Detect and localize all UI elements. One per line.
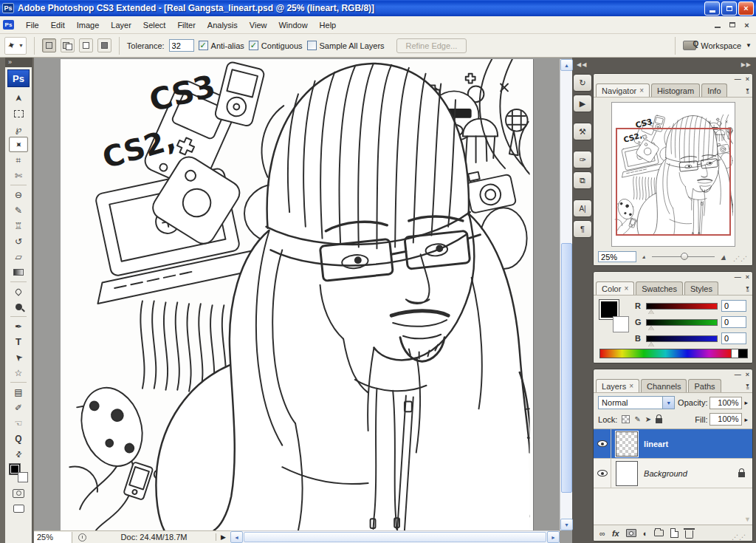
vertical-scrollbar[interactable]: ▲ ▼ — [560, 59, 572, 530]
red-value-input[interactable] — [721, 300, 746, 312]
eraser-tool[interactable]: ▱ — [9, 249, 28, 264]
doc-restore-button[interactable] — [726, 19, 738, 30]
opacity-value[interactable]: 100% — [709, 397, 742, 409]
healing-brush-tool[interactable]: ⊘ — [9, 187, 28, 202]
menu-layer[interactable]: Layer — [105, 18, 137, 32]
pen-tool[interactable]: ✒ — [9, 318, 28, 334]
horizontal-scrollbar-thumb[interactable] — [244, 532, 546, 542]
status-icon[interactable] — [78, 533, 86, 542]
selection-mode-intersect-button[interactable] — [97, 38, 111, 52]
crop-tool[interactable]: ⌗ — [9, 152, 28, 168]
history-panel-button[interactable]: ↻ — [573, 74, 592, 92]
selection-mode-add-button[interactable] — [61, 38, 75, 52]
dodge-tool[interactable] — [9, 299, 28, 315]
adjustment-layer-button[interactable]: ◐ — [643, 529, 648, 538]
layer-name[interactable]: lineart — [644, 440, 668, 448]
magic-wand-tool[interactable]: ✦ — [9, 137, 28, 152]
scroll-right-button[interactable]: ► — [547, 531, 560, 543]
opacity-arrow-icon[interactable]: ▸ — [744, 399, 748, 406]
layer-thumbnail[interactable] — [616, 431, 638, 457]
brushes-panel-button[interactable]: ✑ — [573, 151, 592, 168]
menu-image[interactable]: Image — [71, 18, 106, 32]
tab-close-icon[interactable]: × — [629, 382, 633, 390]
vertical-scrollbar-thumb[interactable] — [561, 243, 572, 493]
panel-scroll-down-icon[interactable]: ▼ — [744, 516, 751, 523]
actions-panel-button[interactable]: ▶ — [573, 95, 592, 112]
contiguous-checkbox-row[interactable]: ✓ Contiguous — [249, 41, 303, 50]
zoom-out-icon[interactable]: ▲ — [641, 254, 647, 259]
visibility-toggle[interactable] — [594, 429, 611, 458]
scroll-up-button[interactable]: ▲ — [560, 59, 573, 71]
new-group-button[interactable] — [654, 530, 664, 536]
clone-stamp-tool[interactable]: ♖ — [9, 218, 28, 233]
tab-channels[interactable]: Channels — [641, 379, 687, 392]
panel-close-icon[interactable]: × — [746, 273, 749, 281]
gradient-tool[interactable] — [9, 264, 28, 280]
red-slider-thumb[interactable] — [648, 310, 654, 314]
menu-help[interactable]: Help — [314, 18, 343, 32]
blend-mode-dropdown-icon[interactable]: ▼ — [662, 397, 674, 409]
status-flyout-arrow[interactable]: ▶ — [216, 533, 230, 541]
navigator-zoom-input[interactable] — [598, 251, 636, 262]
selection-mode-new-button[interactable] — [42, 38, 56, 52]
anti-alias-checkbox-row[interactable]: ✓ Anti-alias — [199, 41, 244, 50]
green-slider[interactable] — [646, 319, 718, 326]
path-selection-tool[interactable]: ➤ — [9, 349, 28, 365]
visibility-toggle[interactable] — [594, 459, 611, 488]
paragraph-panel-button[interactable]: ¶ — [573, 220, 592, 238]
minimize-button[interactable] — [704, 1, 720, 16]
zoom-in-icon[interactable]: ▲ — [719, 253, 729, 262]
tool-presets-panel-button[interactable]: ⚒ — [573, 123, 592, 140]
dock-collapse-left[interactable]: ◀◀ — [577, 61, 587, 68]
menu-analysis[interactable]: Analysis — [202, 18, 244, 32]
tab-styles[interactable]: Styles — [684, 281, 718, 295]
menu-select[interactable]: Select — [137, 18, 172, 32]
close-button[interactable]: × — [738, 1, 754, 16]
doc-minimize-button[interactable] — [711, 19, 724, 30]
lock-all-icon[interactable] — [656, 418, 662, 423]
sample-all-layers-checkbox-row[interactable]: Sample All Layers — [307, 41, 385, 50]
zoom-slider-knob[interactable] — [681, 253, 688, 260]
panel-close-icon[interactable]: × — [746, 371, 749, 378]
dock-collapse-right[interactable]: ▶▶ — [741, 61, 752, 68]
tolerance-input[interactable] — [169, 39, 194, 52]
panel-close-icon[interactable]: × — [746, 75, 749, 83]
screen-mode-button[interactable] — [9, 501, 28, 516]
menu-window[interactable]: Window — [272, 18, 313, 32]
panel-resize-grip[interactable]: ⋰⋰ — [733, 255, 748, 262]
tab-info[interactable]: Info — [701, 83, 726, 97]
fill-value[interactable]: 100% — [709, 413, 742, 426]
menu-view[interactable]: View — [244, 18, 273, 32]
tab-navigator[interactable]: Navigator× — [596, 83, 650, 97]
panel-minimize-icon[interactable]: — — [735, 273, 741, 281]
workspace-menu[interactable]: Workspace ▼ — [675, 37, 752, 55]
panel-minimize-icon[interactable]: — — [735, 371, 741, 378]
navigator-view-rectangle[interactable] — [616, 128, 731, 236]
menu-edit[interactable]: Edit — [45, 18, 71, 32]
anti-alias-checkbox[interactable]: ✓ — [199, 41, 208, 50]
lock-paint-icon[interactable]: ✎ — [634, 415, 640, 423]
tab-color[interactable]: Color× — [596, 281, 634, 295]
doc-close-button[interactable]: × — [740, 19, 753, 30]
current-tool-button[interactable]: ✦ ▼ — [4, 37, 27, 55]
lasso-tool[interactable]: ℘ — [9, 121, 28, 137]
eyedropper-tool[interactable]: ✐ — [9, 400, 28, 415]
notes-tool[interactable]: ▤ — [9, 384, 28, 400]
blue-slider-thumb[interactable] — [648, 342, 654, 346]
rectangular-marquee-tool[interactable] — [9, 106, 28, 121]
blue-slider[interactable] — [646, 335, 718, 342]
blend-mode-select[interactable]: Normal ▼ — [598, 396, 675, 409]
background-color-swatch[interactable] — [18, 472, 28, 482]
layer-style-button[interactable]: fx — [612, 529, 619, 538]
horizontal-scrollbar[interactable]: ◄ ► — [230, 530, 560, 543]
selection-mode-subtract-button[interactable] — [79, 38, 93, 52]
green-slider-thumb[interactable] — [648, 326, 654, 330]
tab-swatches[interactable]: Swatches — [636, 281, 683, 295]
menu-file[interactable]: File — [20, 18, 45, 32]
lock-position-icon[interactable]: ➤ — [645, 415, 651, 423]
blur-tool[interactable] — [9, 284, 28, 299]
fill-arrow-icon[interactable]: ▸ — [744, 416, 748, 423]
document-canvas[interactable] — [61, 59, 534, 530]
type-tool[interactable]: T — [9, 334, 28, 349]
hand-tool[interactable]: ☜ — [9, 415, 28, 431]
